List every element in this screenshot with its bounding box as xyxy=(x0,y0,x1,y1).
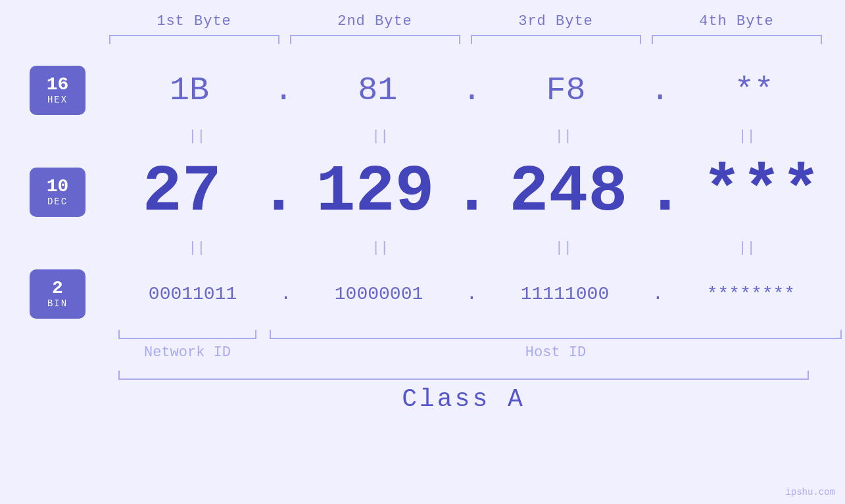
sep-dec-bin-values: || || || || xyxy=(99,240,845,256)
sep-hex-dec: || || || || xyxy=(0,123,845,149)
dec-val-1: 27 xyxy=(105,155,259,229)
sep-dec-bin: || || || || xyxy=(0,235,845,261)
byte1-header: 1st Byte xyxy=(104,13,285,30)
class-bracket xyxy=(118,371,809,380)
dec-row: 10 DEC 27 . 129 . 248 . *** xyxy=(0,149,845,235)
bin-base-label: BIN xyxy=(47,298,68,309)
hex-row: 16 HEX 1B . 81 . F8 . ** xyxy=(0,57,845,123)
class-label-row: Class A xyxy=(118,385,809,413)
bin-row: 2 BIN 00011011 . 10000001 . 11111000 . *… xyxy=(0,261,845,327)
bin-dot-3: . xyxy=(652,284,664,304)
dec-dot-3: . xyxy=(645,155,685,229)
bin-badge: 2 BIN xyxy=(30,269,85,319)
hex-val-3: F8 xyxy=(482,72,650,109)
hex-dot-1: . xyxy=(274,72,293,109)
bracket-byte3 xyxy=(471,35,641,44)
sep8: || xyxy=(655,240,838,256)
byte3-header: 3rd Byte xyxy=(466,13,646,30)
hex-val-2: 81 xyxy=(293,72,462,109)
id-labels: Network ID Host ID xyxy=(118,344,842,361)
bin-base-number: 2 xyxy=(52,279,63,299)
bin-val-4: ******** xyxy=(664,284,838,304)
top-brackets xyxy=(104,35,827,44)
hex-val-1: 1B xyxy=(105,72,274,109)
hex-dot-2: . xyxy=(462,72,481,109)
bin-val-2: 10000001 xyxy=(291,284,466,304)
bracket-byte2 xyxy=(290,35,460,44)
byte2-header: 2nd Byte xyxy=(285,13,466,30)
bracket-byte1 xyxy=(109,35,279,44)
sep-hex-dec-values: || || || || xyxy=(99,128,845,145)
dec-dot-2: . xyxy=(452,155,491,229)
hex-badge: 16 HEX xyxy=(30,66,85,115)
dec-val-2: 129 xyxy=(299,155,452,229)
hex-values: 1B . 81 . F8 . ** xyxy=(99,72,845,109)
byte4-header: 4th Byte xyxy=(646,13,827,30)
sep2: || xyxy=(289,128,472,145)
bottom-brackets xyxy=(118,330,842,339)
hex-val-4: ** xyxy=(670,72,838,109)
dec-dot-1: . xyxy=(259,155,299,229)
bin-dot-2: . xyxy=(466,284,477,304)
bin-val-1: 00011011 xyxy=(105,284,280,304)
dec-base-number: 10 xyxy=(47,177,69,197)
hex-dot-3: . xyxy=(650,72,670,109)
sep7: || xyxy=(472,240,656,256)
bin-values: 00011011 . 10000001 . 11111000 . *******… xyxy=(99,284,845,304)
class-bracket-row xyxy=(118,371,809,380)
hex-base-number: 16 xyxy=(47,75,69,95)
bracket-byte4 xyxy=(652,35,822,44)
dec-val-3: 248 xyxy=(492,155,646,229)
sep3: || xyxy=(472,128,656,145)
dec-val-4: *** xyxy=(685,155,838,229)
sep4: || xyxy=(655,128,838,145)
host-bracket xyxy=(270,330,842,339)
network-id-label: Network ID xyxy=(118,344,256,361)
hex-base-label: HEX xyxy=(47,95,68,105)
sep5: || xyxy=(105,240,289,256)
host-id-label: Host ID xyxy=(270,344,842,361)
dec-badge: 10 DEC xyxy=(30,168,85,217)
sep6: || xyxy=(289,240,472,256)
sep1: || xyxy=(105,128,289,145)
bin-dot-1: . xyxy=(280,284,291,304)
bin-val-3: 11111000 xyxy=(477,284,652,304)
dec-values: 27 . 129 . 248 . *** xyxy=(99,149,845,235)
class-label: Class A xyxy=(402,385,525,413)
bottom-section: Network ID Host ID Class A xyxy=(0,330,845,413)
watermark: ipshu.com xyxy=(785,487,835,497)
dec-base-label: DEC xyxy=(47,196,68,207)
net-bracket xyxy=(118,330,256,339)
main-container: 1st Byte 2nd Byte 3rd Byte 4th Byte 16 H… xyxy=(0,0,845,504)
